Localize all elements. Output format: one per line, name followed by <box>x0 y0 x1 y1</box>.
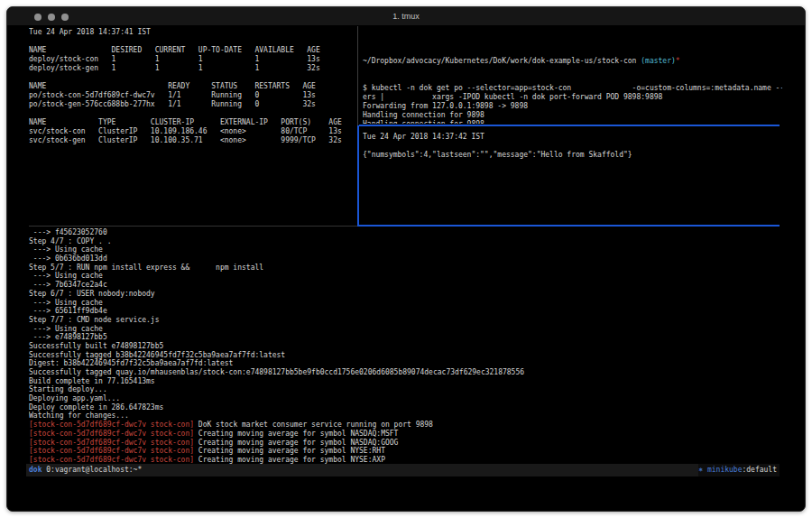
terminal-line: Step 7/7 : CMD node service.js <box>29 316 780 325</box>
pane-divider-horizontal-active[interactable] <box>359 125 780 126</box>
status-right: ⎈ minikube:default <box>698 464 780 476</box>
log-pod-prefix: [stock-con-5d7df689cf-dwc7v stock-con] <box>29 430 194 438</box>
terminal-line: {"numsymbols":4,"lastseen":"","message":… <box>363 151 782 160</box>
prompt-path: ~/Dropbox/advocacy/Kubernetes/DoK/work/d… <box>363 57 641 65</box>
terminal-line: Deploying app.yaml... <box>29 394 780 403</box>
terminal-line: [stock-con-5d7df689cf-dwc7v stock-con] C… <box>29 447 780 456</box>
session-name[interactable]: dok <box>29 466 42 474</box>
terminal-line <box>363 142 782 151</box>
terminal-line <box>29 109 355 118</box>
pane-curl-output[interactable]: Tue 24 Apr 2018 14:37:42 IST {"numsymbol… <box>363 133 782 223</box>
terminal-line: ---> 7b6347ce2a4c <box>29 281 780 290</box>
git-branch-label: (master) <box>641 57 676 65</box>
terminal-line: ---> 65611ff9db4e <box>29 307 780 316</box>
terminal-line: ---> Using cache <box>29 299 780 308</box>
pane-divider-vertical-inactive[interactable] <box>357 26 358 125</box>
log-message: Creating moving average for symbol NASDA… <box>194 439 398 447</box>
terminal-line: po/stock-gen-576cc688bb-277hx 1/1 Runnin… <box>29 100 355 109</box>
terminal-line: Build complete in 77.165413ms <box>29 377 780 386</box>
pane-skaffold-build-log[interactable]: ---> f45623052760Step 4/7 : COPY . . ---… <box>29 228 780 465</box>
terminal-line: Step 5/7 : RUN npm install express && np… <box>29 264 780 273</box>
terminal-line: ers | xargs -IPOD kubectl -n dok port-fo… <box>363 93 782 102</box>
pane-divider-bottom-active[interactable] <box>357 225 780 227</box>
terminal-line: NAME DESIRED CURRENT UP-TO-DATE AVAILABL… <box>29 46 355 55</box>
terminal-line: NAME TYPE CLUSTER-IP EXTERNAL-IP PORT(S)… <box>29 118 355 127</box>
terminal-line: Watching for changes... <box>29 412 780 421</box>
terminal-line: svc/stock-con ClusterIP 10.109.186.46 <n… <box>29 127 355 136</box>
window-title: 1. tmux <box>7 7 805 26</box>
terminal-line: deploy/stock-gen 1 1 1 1 32s <box>29 64 355 73</box>
terminal-line: Step 4/7 : COPY . . <box>29 237 780 246</box>
terminal-line: ---> Using cache <box>29 245 780 254</box>
terminal-line: Handling connection for 9898 <box>363 111 782 120</box>
terminal-line: [stock-con-5d7df689cf-dwc7v stock-con] C… <box>29 439 780 448</box>
kube-namespace: :default <box>742 466 777 474</box>
port-forward-output: $ kubectl -n dok get po --selector=app=s… <box>363 84 782 124</box>
terminal-line: Digest: b38b42246945fd7f32c5ba9aea7af7fd… <box>29 359 780 368</box>
log-pod-prefix: [stock-con-5d7df689cf-dwc7v stock-con] <box>29 439 194 447</box>
terminal-line: ---> Using cache <box>29 272 780 281</box>
terminal-line: Successfully built e74898127bb5 <box>29 342 780 351</box>
terminal-line: Step 6/7 : USER nobody:nobody <box>29 290 780 299</box>
pane-kubectl-status[interactable]: Tue 24 Apr 2018 14:37:41 IST NAME DESIRE… <box>29 28 355 223</box>
terminal-line: Successfully tagged b38b42246945fd7f32c5… <box>29 351 780 360</box>
terminal-line <box>29 73 355 82</box>
terminal-line: Deploy complete in 286.647823ms <box>29 403 780 412</box>
terminal-line: [stock-con-5d7df689cf-dwc7v stock-con] C… <box>29 430 780 439</box>
terminal-line: Starting deploy... <box>29 385 780 394</box>
pane-divider-vertical-active[interactable] <box>357 125 359 227</box>
kube-context: minikube <box>707 466 743 474</box>
kubernetes-helm-icon: ⎈ <box>698 466 707 474</box>
terminal-line: Tue 24 Apr 2018 14:37:42 IST <box>363 133 782 142</box>
terminal-line: Successfully tagged quay.io/mhausenblas/… <box>29 368 780 377</box>
terminal-line: $ kubectl -n dok get po --selector=app=s… <box>363 84 782 93</box>
log-message: Creating moving average for symbol NYSE:… <box>194 456 385 464</box>
window-titlebar[interactable]: 1. tmux <box>7 7 805 26</box>
terminal-window: 1. tmux Tue 24 Apr 2018 14:37:41 IST NAM… <box>6 6 806 512</box>
log-message: DoK stock market consumer service runnin… <box>194 421 433 429</box>
pane-port-forward[interactable]: ~/Dropbox/advocacy/Kubernetes/DoK/work/d… <box>363 39 782 124</box>
tmux-status-bar: dok 0:vagrant@localhost:~* ⎈ minikube:de… <box>26 464 780 476</box>
shell-prompt-line: ~/Dropbox/advocacy/Kubernetes/DoK/work/d… <box>363 57 782 66</box>
terminal-line: Forwarding from 127.0.0.1:9898 -> 9898 <box>363 102 782 111</box>
terminal-line: ---> e74898127bb5 <box>29 333 780 342</box>
terminal-line: Tue 24 Apr 2018 14:37:41 IST <box>29 28 355 37</box>
window-label[interactable]: 0:vagrant@localhost:~* <box>42 466 142 474</box>
log-message: Creating moving average for symbol NYSE:… <box>194 447 385 455</box>
terminal-line: NAME READY STATUS RESTARTS AGE <box>29 82 355 91</box>
log-message: Creating moving average for symbol NASDA… <box>194 430 398 438</box>
tmux-terminal[interactable]: Tue 24 Apr 2018 14:37:41 IST NAME DESIRE… <box>7 26 805 511</box>
terminal-line: ---> 0b636bd013dd <box>29 254 780 264</box>
pane-divider-bottom-inactive[interactable] <box>29 226 357 227</box>
terminal-line: ---> Using cache <box>29 325 780 334</box>
log-pod-prefix: [stock-con-5d7df689cf-dwc7v stock-con] <box>29 421 194 429</box>
terminal-line: [stock-con-5d7df689cf-dwc7v stock-con] D… <box>29 421 780 430</box>
log-pod-prefix: [stock-con-5d7df689cf-dwc7v stock-con] <box>29 456 194 464</box>
git-dirty-indicator: * <box>676 57 680 65</box>
status-left: dok 0:vagrant@localhost:~* <box>26 464 142 476</box>
log-pod-prefix: [stock-con-5d7df689cf-dwc7v stock-con] <box>29 447 194 455</box>
terminal-line: Handling connection for 9898 <box>363 120 782 124</box>
terminal-line: deploy/stock-con 1 1 1 1 13s <box>29 55 355 64</box>
terminal-line: svc/stock-gen ClusterIP 10.100.35.71 <no… <box>29 136 355 145</box>
terminal-line: ---> f45623052760 <box>29 228 780 237</box>
terminal-line: po/stock-con-5d7df689cf-dwc7v 1/1 Runnin… <box>29 91 355 100</box>
terminal-line <box>29 37 355 46</box>
